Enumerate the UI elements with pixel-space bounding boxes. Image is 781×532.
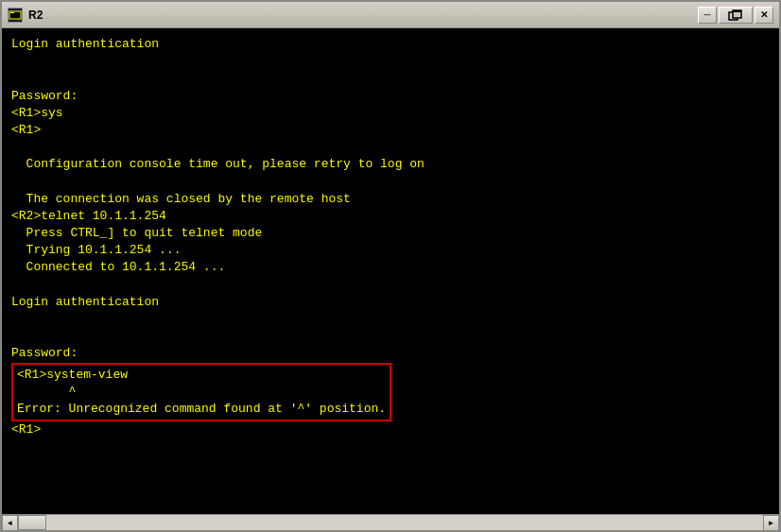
terminal-output[interactable]: Login authentication Password: <R1>sys <…	[2, 28, 779, 514]
terminal-line-8: Configuration console time out, please r…	[11, 157, 425, 171]
terminal-line-5: <R1>sys	[11, 106, 63, 120]
terminal-line-16: Login authentication	[11, 295, 159, 309]
title-bar: R2 ─ ✕	[2, 2, 779, 28]
terminal-prompt-end: <R1>	[11, 422, 41, 437]
scroll-track[interactable]	[18, 515, 763, 530]
content-area: Login authentication Password: <R1>sys <…	[2, 28, 779, 514]
terminal-line-1: Login authentication	[11, 37, 159, 51]
terminal-line-13: Trying 10.1.1.254 ...	[11, 243, 181, 257]
restore-button[interactable]	[719, 7, 753, 24]
svg-rect-2	[10, 12, 14, 13]
scroll-left-button[interactable]: ◄	[2, 515, 18, 531]
terminal-line-11: <R2>telnet 10.1.1.254	[11, 209, 166, 223]
window-title: R2	[28, 9, 698, 22]
close-button[interactable]: ✕	[755, 7, 773, 24]
svg-rect-5	[733, 10, 741, 12]
error-caret-line: ^	[17, 385, 76, 399]
error-command-line: <R1>system-view	[17, 368, 128, 382]
terminal-line-10: The connection was closed by the remote …	[11, 192, 351, 206]
terminal-line-6: <R1>	[11, 123, 41, 137]
terminal-line-4: Password:	[11, 89, 78, 103]
terminal-line-19: Password:	[11, 346, 78, 360]
scroll-thumb[interactable]	[18, 515, 46, 530]
scroll-right-button[interactable]: ►	[763, 515, 779, 531]
error-message-line: Error: Unrecognized command found at '^'…	[17, 402, 386, 416]
minimize-button[interactable]: ─	[698, 7, 717, 24]
terminal-line-14: Connected to 10.1.1.254 ...	[11, 260, 225, 274]
error-box: <R1>system-view ^ Error: Unrecognized co…	[11, 363, 391, 422]
window: R2 ─ ✕ Login authentication Password: <R…	[0, 0, 781, 532]
terminal-line-12: Press CTRL_] to quit telnet mode	[11, 226, 262, 240]
window-icon	[8, 8, 23, 23]
horizontal-scrollbar: ◄ ►	[2, 514, 779, 530]
window-controls: ─ ✕	[698, 7, 773, 24]
